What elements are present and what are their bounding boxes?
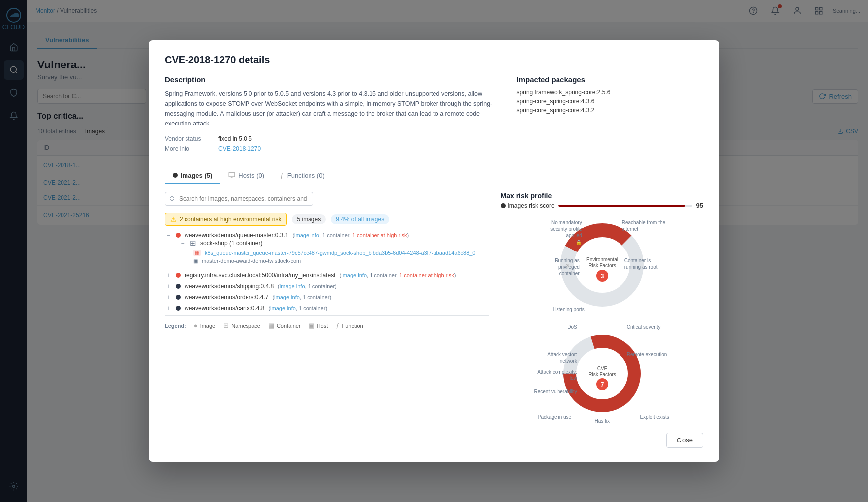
impacted-pkg-1: spring framework_spring-core:2.5.6 [517,89,703,96]
vendor-status-row: Vendor status fixed in 5.0.5 [165,135,501,142]
legend-function: ƒ Function [336,322,363,329]
status-dot [176,284,181,289]
hosts-tab-icon [228,172,235,179]
tab-images-label: Images (5) [181,172,212,179]
svg-text:CVE: CVE [597,366,607,371]
container-row: ▦ k8s_queue-master_queue-master-79c57cc4… [191,250,475,256]
expand-button[interactable]: − [165,232,172,239]
image-name: weaveworksdemos/orders:0.4.7 [185,294,268,301]
max-risk-title: Max risk profile [501,192,703,200]
images-section: ⚠ 2 containers at high environmental ris… [165,192,489,425]
vendor-status-val: fixed in 5.0.5 [218,135,252,142]
svg-text:7: 7 [600,381,604,388]
status-dot [176,295,181,300]
env-label-mid-right: Container is running as root [624,257,667,270]
env-label-top-right: Reachable from the internet [622,219,667,232]
image-info-link[interactable]: image info [270,305,296,311]
image-meta: (image info, 1 container) [268,305,327,311]
risk-score-row: Images risk score 95 [501,202,703,209]
impacted-pkg-2: spring-core_spring-core:4.3.6 [517,98,703,105]
tab-functions[interactable]: ƒ Functions (0) [272,167,333,184]
tab-functions-label: Functions (0) [287,172,325,179]
env-label-top-left: No mandatory security profile applied [538,219,582,239]
image-info-link[interactable]: image info [294,232,319,238]
host-icon: ▣ [193,258,198,264]
high-risk-link[interactable]: 1 container at high risk [352,232,407,238]
function-legend-icon: ƒ [336,322,339,329]
container-icon: ▦ [193,250,201,256]
risk-dot [501,203,506,208]
svg-text:🔒: 🔒 [576,239,582,246]
namespace-row: − ⊞ sock-shop (1 container) [177,239,489,268]
description-text: Spring Framework, versions 5.0 prior to … [165,89,501,128]
more-info-link[interactable]: CVE-2018-1270 [218,145,261,152]
legend-image-text: Image [200,323,216,329]
image-legend-icon: ● [194,322,198,329]
cve-label-mid-left-bot: Attack complexity: low [533,369,577,381]
impacted-heading: Impacted packages [517,75,703,84]
image-name: weaveworksdemos/carts:0.4.8 [185,305,264,312]
tab-hosts-label: Hosts (0) [238,172,264,179]
modal-footer: Close [165,433,703,448]
host-row: ▣ master-demo-award-demo-twistlock-com [193,258,475,264]
container-link[interactable]: k8s_queue-master_queue-master-79c57cc487… [205,250,475,256]
modal: CVE-2018-1270 details Description Spring… [149,40,719,462]
cve-label-top-center: DoS [533,324,577,330]
image-name: weaveworksdemos/shipping:0.4.8 [185,283,274,290]
expand-button[interactable]: + [165,272,172,279]
legend-container-text: Container [277,323,301,329]
images-pct-pill: 9.4% of all images [331,214,389,224]
modal-title: CVE-2018-1270 details [165,54,703,65]
expand-button[interactable]: + [165,305,172,312]
env-risk-chart: No mandatory security profile applied Re… [501,215,703,316]
legend-image: ● Image [194,322,215,329]
tab-images[interactable]: Images (5) [165,167,220,184]
filter-bar [165,192,489,206]
modal-search-input[interactable] [165,192,313,206]
image-info-link[interactable]: image info [274,294,300,300]
image-info-link[interactable]: image info [280,283,305,289]
risk-score-bar [558,205,692,207]
image-list: − weaveworksdemos/queue-master:0.3.1 (im… [165,232,489,312]
modal-body-two-col: ⚠ 2 containers at high environmental ris… [165,192,703,425]
status-dot [176,233,181,238]
svg-text:Environmental: Environmental [586,257,618,262]
close-button[interactable]: Close [666,433,703,448]
description-heading: Description [165,75,501,84]
status-dot [176,306,181,311]
expand-button[interactable]: − [179,240,186,247]
list-item: + weaveworksdemos/orders:0.4.7 (image in… [165,294,489,301]
risk-score-label: Images risk score [501,202,555,209]
container-list: ▦ k8s_queue-master_queue-master-79c57cc4… [189,250,475,266]
list-item: − weaveworksdemos/queue-master:0.3.1 (im… [165,232,489,268]
cve-label-mid-right: Remote execution [627,351,672,358]
image-row: + weaveworksdemos/carts:0.4.8 (image inf… [165,305,489,312]
cve-label-bot-pkg: Package in use [538,414,571,420]
list-item: + weaveworksdemos/carts:0.4.8 (image inf… [165,305,489,312]
image-name: registry.infra.svc.cluster.local:5000/in… [185,272,336,279]
cve-label-mid-left-top: Attack vector: network [533,351,577,364]
more-info-key: More info [165,145,214,152]
cve-label-top-right: Critical severity [627,324,672,330]
image-name: weaveworksdemos/queue-master:0.3.1 [185,232,288,239]
expand-button[interactable]: + [165,294,172,301]
image-row: + registry.infra.svc.cluster.local:5000/… [165,272,489,279]
container-legend-icon: ▦ [268,322,274,329]
image-info-link[interactable]: image info [341,272,367,278]
images-count-pill: 5 images [292,214,326,224]
more-info-row: More info CVE-2018-1270 [165,145,501,152]
tab-hosts[interactable]: Hosts (0) [220,167,272,184]
impacted-pkg-3: spring-core_spring-core:4.3.2 [517,107,703,114]
list-item: + weaveworksdemos/shipping:0.4.8 (image … [165,283,489,290]
legend-host-text: Host [317,323,328,329]
expand-button[interactable]: + [165,283,172,290]
risk-warning: ⚠ 2 containers at high environmental ris… [165,213,287,226]
cve-risk-chart: DoS Critical severity Attack vector: net… [501,324,703,425]
svg-text:3: 3 [600,273,604,280]
env-label-bot-left: Listening ports [553,307,585,312]
high-risk-link[interactable]: 1 container at high risk [399,272,454,278]
env-label-mid-left: Running as privileged container [538,257,580,277]
sub-row: − ⊞ sock-shop (1 container) [179,239,475,248]
cve-label-bot-fix: Has fix [594,418,610,424]
legend: Legend: ● Image ⊞ Namespace ▦ Container [165,315,489,335]
